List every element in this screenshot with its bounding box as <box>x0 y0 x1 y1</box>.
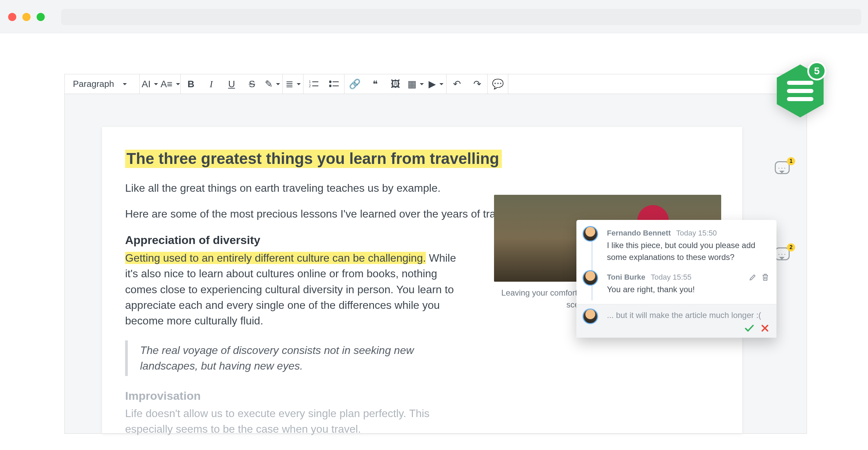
block-style-select[interactable]: Paragraph <box>65 74 139 94</box>
section-body-diversity: Getting used to an entirely different cu… <box>125 250 468 329</box>
svg-text:2: 2 <box>309 84 311 88</box>
link-icon: 🔗 <box>349 78 361 90</box>
image-button[interactable]: 🖼 <box>385 74 406 94</box>
bold-button[interactable]: B <box>181 74 201 94</box>
comment-reply-input[interactable]: ... but it will make the article much lo… <box>607 311 769 320</box>
svg-point-4 <box>330 81 331 82</box>
comment: Fernando Bennett Today 15:50 I like this… <box>607 226 769 270</box>
avatar <box>583 226 598 242</box>
lead-paragraph-1: Like all the great things on earth trave… <box>125 180 719 196</box>
comment-marker[interactable]: 2 <box>775 247 791 262</box>
underline-button[interactable]: U <box>221 74 242 94</box>
undo-button[interactable]: ↶ <box>447 74 467 94</box>
toolbar: Paragraph AI A≡ B I U S ✎ ≣ <box>65 74 807 94</box>
quote-button[interactable]: ❝ <box>365 74 385 94</box>
strikethrough-button[interactable]: S <box>242 74 262 94</box>
redo-button[interactable]: ↷ <box>467 74 487 94</box>
comment-text: You are right, thank you! <box>607 284 769 296</box>
redo-icon: ↷ <box>473 78 481 90</box>
section-heading-improvisation: Improvisation <box>125 388 719 404</box>
align-icon: ≣ <box>285 78 293 90</box>
bulleted-list-icon <box>329 80 339 88</box>
address-bar[interactable] <box>61 9 861 25</box>
comment-marker[interactable]: 1 <box>775 161 791 176</box>
submit-comment-button[interactable] <box>745 324 754 332</box>
avatar <box>583 308 598 324</box>
table-button[interactable]: ▦ <box>406 74 426 94</box>
italic-button[interactable]: I <box>201 74 221 94</box>
avatar <box>583 270 598 286</box>
comment-text: I like this piece, but could you please … <box>607 240 769 263</box>
quote-icon: ❝ <box>373 78 378 90</box>
cancel-comment-button[interactable] <box>761 324 769 332</box>
blockquote: The real voyage of discovery consists no… <box>125 340 430 376</box>
comment-author: Toni Burke <box>607 273 645 282</box>
comment-count-badge: 2 <box>787 243 795 251</box>
comment-time: Today 15:50 <box>676 229 717 238</box>
numbered-list-button[interactable]: 1 2 <box>303 74 324 94</box>
edit-comment-button[interactable] <box>749 273 757 281</box>
bulleted-list-button[interactable] <box>324 74 344 94</box>
image-icon: 🖼 <box>391 78 400 90</box>
comment-reply-box[interactable]: ... but it will make the article much lo… <box>576 304 776 338</box>
notifications-count-badge: 5 <box>807 61 826 80</box>
doc-title: The three greatest things you learn from… <box>125 147 719 170</box>
page: Paragraph AI A≡ B I U S ✎ ≣ <box>0 33 868 450</box>
highlight-icon: ✎ <box>265 78 273 90</box>
delete-comment-button[interactable] <box>762 273 769 281</box>
table-icon: ▦ <box>408 78 416 90</box>
numbered-list-icon: 1 2 <box>309 80 318 88</box>
comment-icon: 💬 <box>492 78 504 90</box>
media-button[interactable]: ▶ <box>426 74 446 94</box>
comment-count-badge: 1 <box>787 157 795 165</box>
font-family-select[interactable]: AI <box>140 74 160 94</box>
svg-point-6 <box>330 85 331 87</box>
font-size-select[interactable]: A≡ <box>160 74 180 94</box>
alignment-select[interactable]: ≣ <box>283 74 303 94</box>
comment-thread-popover: Fernando Bennett Today 15:50 I like this… <box>576 220 776 338</box>
browser-chrome <box>0 0 868 33</box>
insert-comment-button[interactable]: 💬 <box>488 74 508 94</box>
doc-title-text: The three greatest things you learn from… <box>125 150 502 168</box>
comment-author: Fernando Bennett <box>607 229 671 238</box>
undo-icon: ↶ <box>453 78 461 90</box>
comment: Toni Burke Today 15:55 You are right, th… <box>607 270 769 302</box>
comment-time: Today 15:55 <box>651 273 691 282</box>
media-icon: ▶ <box>429 78 436 90</box>
close-window-button[interactable] <box>8 13 16 21</box>
link-button[interactable]: 🔗 <box>344 74 365 94</box>
highlight-button[interactable]: ✎ <box>262 74 282 94</box>
notifications-hex-button[interactable]: 5 <box>775 62 826 120</box>
highlighted-sentence: Getting used to an entirely different cu… <box>125 252 426 264</box>
window-controls <box>8 13 45 21</box>
minimize-window-button[interactable] <box>22 13 31 21</box>
svg-text:1: 1 <box>309 80 311 84</box>
section-body-improvisation: Life doesn't allow us to execute every s… <box>125 406 468 437</box>
zoom-window-button[interactable] <box>37 13 45 21</box>
